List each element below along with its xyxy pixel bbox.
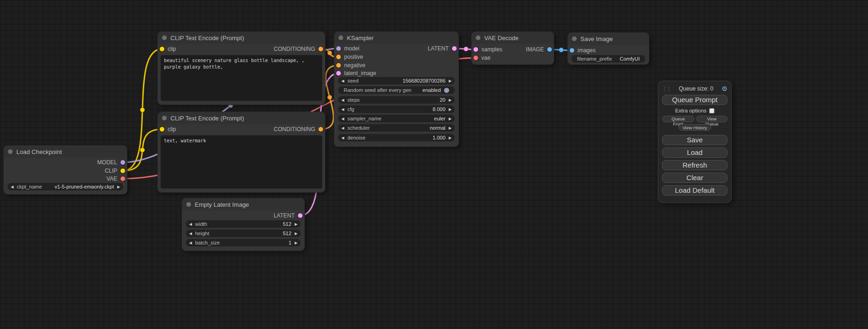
view-history-button[interactable]: View History [678, 124, 712, 131]
decrement-arrow-icon[interactable]: ◀ [7, 185, 17, 189]
node-vae-decode[interactable]: VAE Decode samples vae IMAGE [472, 32, 554, 64]
decrement-arrow-icon[interactable]: ◀ [338, 117, 347, 121]
slot-dot[interactable] [570, 48, 574, 53]
slot-dot[interactable] [160, 127, 164, 132]
toggle-knob-icon[interactable] [444, 88, 449, 93]
link-midpoint-dot[interactable] [559, 48, 564, 52]
collapse-dot-icon[interactable] [339, 35, 343, 40]
input-slot-latent-image[interactable]: latent_image [336, 69, 376, 77]
decrement-arrow-icon[interactable]: ◀ [338, 79, 347, 83]
output-slot-clip[interactable]: CLIP [105, 167, 125, 175]
widget-steps[interactable]: ◀ steps 20 ▶ [338, 96, 455, 104]
output-slot-image[interactable]: IMAGE [526, 45, 552, 54]
node-clip-text-encode-negative[interactable]: CLIP Text Encode (Prompt) clip CONDITION… [158, 112, 325, 192]
decrement-arrow-icon[interactable]: ◀ [338, 98, 347, 102]
input-slot-samples[interactable]: samples [473, 45, 502, 54]
slot-dot[interactable] [120, 176, 125, 181]
link-midpoint-dot[interactable] [140, 148, 145, 153]
widget-height[interactable]: ◀ height 512 ▶ [186, 230, 301, 237]
increment-arrow-icon[interactable]: ▶ [291, 231, 301, 236]
refresh-button[interactable]: Refresh [662, 160, 727, 170]
node-title-bar[interactable]: Load Checkpoint [4, 146, 127, 158]
slot-dot[interactable] [336, 63, 341, 68]
drag-handle-icon[interactable]: ⋮⋮ [662, 86, 670, 92]
comfyui-canvas[interactable]: { "link_colors": { "model": "#B39DDB", "… [0, 0, 868, 329]
extra-options-checkbox[interactable] [709, 108, 714, 113]
collapse-dot-icon[interactable] [8, 149, 13, 154]
decrement-arrow-icon[interactable]: ◀ [186, 222, 195, 226]
increment-arrow-icon[interactable]: ▶ [291, 222, 301, 226]
node-title-bar[interactable]: CLIP Text Encode (Prompt) [158, 32, 325, 44]
widget-filename-prefix[interactable]: filename_prefix ComfyUI [572, 55, 645, 63]
slot-dot[interactable] [120, 160, 125, 165]
node-empty-latent-image[interactable]: Empty Latent Image LATENT ◀ width 512 ▶ … [182, 198, 304, 251]
slot-dot[interactable] [452, 46, 457, 51]
widget-seed[interactable]: ◀ seed 156680208700286 ▶ [338, 77, 455, 84]
prompt-textarea[interactable]: beautiful scenery nature glass bottle la… [161, 55, 322, 101]
increment-arrow-icon[interactable]: ▶ [445, 117, 455, 121]
load-button[interactable]: Load [662, 147, 727, 158]
input-slot-vae[interactable]: vae [473, 54, 490, 62]
slot-dot[interactable] [547, 47, 552, 52]
widget-batch-size[interactable]: ◀ batch_size 1 ▶ [186, 239, 301, 246]
increment-arrow-icon[interactable]: ▶ [445, 98, 455, 102]
node-ksampler[interactable]: KSampler model positive negative latent_… [334, 32, 459, 147]
output-slot-conditioning[interactable]: CONDITIONING [274, 45, 323, 53]
input-slot-model[interactable]: model [336, 44, 360, 53]
settings-gear-icon[interactable]: ⚙ [721, 85, 727, 92]
node-title-bar[interactable]: Empty Latent Image [182, 198, 304, 210]
node-title-bar[interactable]: KSampler [334, 32, 459, 44]
slot-dot[interactable] [120, 168, 125, 173]
link-midpoint-dot[interactable] [140, 108, 145, 112]
increment-arrow-icon[interactable]: ▶ [445, 79, 455, 83]
decrement-arrow-icon[interactable]: ◀ [186, 231, 195, 236]
output-slot-vae[interactable]: VAE [106, 175, 125, 183]
output-slot-latent[interactable]: LATENT [428, 44, 457, 53]
slot-dot[interactable] [318, 47, 323, 51]
save-button[interactable]: Save [662, 135, 727, 145]
output-slot-latent[interactable]: LATENT [274, 211, 303, 220]
node-clip-text-encode-positive[interactable]: CLIP Text Encode (Prompt) clip CONDITION… [158, 32, 325, 105]
widget-cfg[interactable]: ◀ cfg 8.000 ▶ [338, 105, 455, 113]
decrement-arrow-icon[interactable]: ◀ [338, 126, 347, 130]
increment-arrow-icon[interactable]: ▶ [445, 107, 455, 112]
slot-dot[interactable] [473, 56, 478, 60]
input-slot-clip[interactable]: clip [160, 125, 176, 133]
slot-dot[interactable] [336, 55, 341, 59]
decrement-arrow-icon[interactable]: ◀ [186, 241, 195, 245]
input-slot-positive[interactable]: positive [336, 53, 363, 61]
collapse-dot-icon[interactable] [572, 36, 577, 41]
queue-front-button[interactable]: Queue Front [662, 116, 694, 122]
link-midpoint-dot[interactable] [327, 95, 332, 100]
increment-arrow-icon[interactable]: ▶ [114, 185, 123, 189]
link-midpoint-dot[interactable] [327, 51, 332, 56]
widget-random-seed-toggle[interactable]: Random seed after every gen enabled [338, 86, 455, 94]
increment-arrow-icon[interactable]: ▶ [445, 126, 455, 130]
widget-sampler-name[interactable]: ◀ sampler_name euler ▶ [338, 115, 455, 122]
slot-dot[interactable] [298, 213, 303, 218]
decrement-arrow-icon[interactable]: ◀ [338, 107, 347, 112]
slot-dot[interactable] [473, 47, 478, 52]
queue-prompt-button[interactable]: Queue Prompt [662, 95, 727, 105]
collapse-dot-icon[interactable] [476, 35, 480, 40]
slot-dot[interactable] [336, 71, 341, 76]
input-slot-negative[interactable]: negative [336, 61, 365, 70]
collapse-dot-icon[interactable] [186, 202, 191, 207]
view-queue-button[interactable]: View Queue [696, 116, 727, 122]
slot-dot[interactable] [336, 46, 341, 51]
node-load-checkpoint[interactable]: Load Checkpoint MODEL CLIP VAE ◀ ckpt_na… [4, 146, 127, 194]
output-slot-model[interactable]: MODEL [97, 158, 125, 167]
node-title-bar[interactable]: Save Image [568, 33, 649, 45]
input-slot-clip[interactable]: clip [160, 45, 176, 53]
collapse-dot-icon[interactable] [162, 116, 167, 120]
slot-dot[interactable] [318, 127, 323, 132]
input-slot-images[interactable]: images [570, 46, 596, 55]
prompt-textarea[interactable]: text, watermark [161, 135, 322, 189]
widget-denoise[interactable]: ◀ denoise 1.000 ▶ [338, 134, 455, 141]
widget-scheduler[interactable]: ◀ scheduler normal ▶ [338, 124, 455, 132]
node-title-bar[interactable]: VAE Decode [472, 32, 554, 44]
decrement-arrow-icon[interactable]: ◀ [338, 136, 347, 140]
increment-arrow-icon[interactable]: ▶ [445, 136, 455, 140]
output-slot-conditioning[interactable]: CONDITIONING [274, 125, 323, 133]
load-default-button[interactable]: Load Default [662, 185, 727, 196]
